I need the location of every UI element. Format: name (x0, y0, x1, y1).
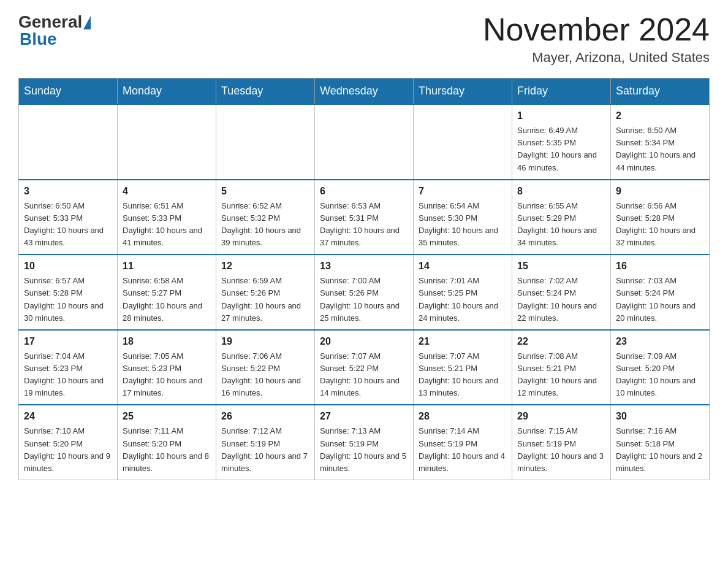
cell-week2-day6: 16Sunrise: 7:03 AM Sunset: 5:24 PM Dayli… (611, 255, 710, 330)
day-info: Sunrise: 7:04 AM Sunset: 5:23 PM Dayligh… (24, 350, 112, 400)
day-number: 12 (221, 259, 309, 274)
day-info: Sunrise: 7:11 AM Sunset: 5:20 PM Dayligh… (123, 425, 211, 475)
header-wednesday: Wednesday (315, 79, 414, 105)
logo-blue-text: Blue (18, 29, 57, 49)
cell-week4-day6: 30Sunrise: 7:16 AM Sunset: 5:18 PM Dayli… (611, 405, 710, 480)
header-tuesday: Tuesday (216, 79, 315, 105)
cell-week3-day0: 17Sunrise: 7:04 AM Sunset: 5:23 PM Dayli… (19, 330, 118, 405)
logo: General Blue (18, 12, 91, 49)
cell-week4-day3: 27Sunrise: 7:13 AM Sunset: 5:19 PM Dayli… (315, 405, 414, 480)
day-info: Sunrise: 7:09 AM Sunset: 5:20 PM Dayligh… (616, 350, 704, 400)
cell-week2-day3: 13Sunrise: 7:00 AM Sunset: 5:26 PM Dayli… (315, 255, 414, 330)
day-number: 16 (616, 259, 704, 274)
day-number: 21 (419, 334, 507, 349)
day-info: Sunrise: 6:49 AM Sunset: 5:35 PM Dayligh… (517, 124, 605, 174)
day-info: Sunrise: 7:00 AM Sunset: 5:26 PM Dayligh… (320, 275, 408, 324)
cell-week1-day5: 8Sunrise: 6:55 AM Sunset: 5:29 PM Daylig… (512, 180, 611, 255)
cell-week2-day2: 12Sunrise: 6:59 AM Sunset: 5:26 PM Dayli… (216, 255, 315, 330)
calendar-table: Sunday Monday Tuesday Wednesday Thursday… (18, 78, 710, 480)
cell-week1-day0: 3Sunrise: 6:50 AM Sunset: 5:33 PM Daylig… (19, 180, 118, 255)
cell-week2-day1: 11Sunrise: 6:58 AM Sunset: 5:27 PM Dayli… (118, 255, 216, 330)
day-info: Sunrise: 7:14 AM Sunset: 5:19 PM Dayligh… (419, 425, 507, 475)
day-info: Sunrise: 6:53 AM Sunset: 5:31 PM Dayligh… (320, 200, 408, 250)
cell-week1-day4: 7Sunrise: 6:54 AM Sunset: 5:30 PM Daylig… (414, 180, 512, 255)
day-number: 8 (517, 184, 605, 199)
cell-week2-day5: 15Sunrise: 7:02 AM Sunset: 5:24 PM Dayli… (512, 255, 611, 330)
header-monday: Monday (118, 79, 216, 105)
cell-week1-day1: 4Sunrise: 6:51 AM Sunset: 5:33 PM Daylig… (118, 180, 216, 255)
day-info: Sunrise: 6:59 AM Sunset: 5:26 PM Dayligh… (221, 275, 309, 324)
day-number: 6 (320, 184, 408, 199)
cell-week1-day6: 9Sunrise: 6:56 AM Sunset: 5:28 PM Daylig… (611, 180, 710, 255)
day-number: 20 (320, 334, 408, 349)
day-number: 25 (123, 409, 211, 424)
day-info: Sunrise: 7:03 AM Sunset: 5:24 PM Dayligh… (616, 275, 704, 324)
month-title: November 2024 (483, 12, 710, 47)
day-number: 24 (24, 409, 112, 424)
logo-triangle-icon (83, 16, 91, 29)
day-number: 11 (123, 259, 211, 274)
cell-week2-day0: 10Sunrise: 6:57 AM Sunset: 5:28 PM Dayli… (19, 255, 118, 330)
day-info: Sunrise: 6:50 AM Sunset: 5:34 PM Dayligh… (616, 124, 704, 174)
day-info: Sunrise: 6:55 AM Sunset: 5:29 PM Dayligh… (517, 200, 605, 250)
cell-week0-day0 (19, 104, 118, 180)
day-info: Sunrise: 6:51 AM Sunset: 5:33 PM Dayligh… (123, 200, 211, 250)
cell-week0-day1 (118, 104, 216, 180)
header-sunday: Sunday (19, 79, 118, 105)
cell-week3-day2: 19Sunrise: 7:06 AM Sunset: 5:22 PM Dayli… (216, 330, 315, 405)
week-row-4: 24Sunrise: 7:10 AM Sunset: 5:20 PM Dayli… (19, 405, 710, 480)
day-info: Sunrise: 7:12 AM Sunset: 5:19 PM Dayligh… (221, 425, 309, 475)
header-saturday: Saturday (611, 79, 710, 105)
day-number: 17 (24, 334, 112, 349)
day-number: 27 (320, 409, 408, 424)
day-number: 28 (419, 409, 507, 424)
day-number: 23 (616, 334, 704, 349)
cell-week0-day5: 1Sunrise: 6:49 AM Sunset: 5:35 PM Daylig… (512, 104, 611, 180)
day-number: 26 (221, 409, 309, 424)
day-info: Sunrise: 6:50 AM Sunset: 5:33 PM Dayligh… (24, 200, 112, 250)
cell-week4-day4: 28Sunrise: 7:14 AM Sunset: 5:19 PM Dayli… (414, 405, 512, 480)
day-info: Sunrise: 6:54 AM Sunset: 5:30 PM Dayligh… (419, 200, 507, 250)
header-thursday: Thursday (414, 79, 512, 105)
title-area: November 2024 Mayer, Arizona, United Sta… (483, 12, 710, 66)
day-info: Sunrise: 7:08 AM Sunset: 5:21 PM Dayligh… (517, 350, 605, 400)
day-info: Sunrise: 7:13 AM Sunset: 5:19 PM Dayligh… (320, 425, 408, 475)
day-number: 3 (24, 184, 112, 199)
day-info: Sunrise: 7:06 AM Sunset: 5:22 PM Dayligh… (221, 350, 309, 400)
cell-week4-day2: 26Sunrise: 7:12 AM Sunset: 5:19 PM Dayli… (216, 405, 315, 480)
cell-week4-day0: 24Sunrise: 7:10 AM Sunset: 5:20 PM Dayli… (19, 405, 118, 480)
week-row-1: 3Sunrise: 6:50 AM Sunset: 5:33 PM Daylig… (19, 180, 710, 255)
cell-week3-day5: 22Sunrise: 7:08 AM Sunset: 5:21 PM Dayli… (512, 330, 611, 405)
cell-week2-day4: 14Sunrise: 7:01 AM Sunset: 5:25 PM Dayli… (414, 255, 512, 330)
day-number: 30 (616, 409, 704, 424)
cell-week4-day1: 25Sunrise: 7:11 AM Sunset: 5:20 PM Dayli… (118, 405, 216, 480)
day-number: 19 (221, 334, 309, 349)
header-friday: Friday (512, 79, 611, 105)
week-row-3: 17Sunrise: 7:04 AM Sunset: 5:23 PM Dayli… (19, 330, 710, 405)
day-number: 10 (24, 259, 112, 274)
cell-week3-day6: 23Sunrise: 7:09 AM Sunset: 5:20 PM Dayli… (611, 330, 710, 405)
header: General Blue November 2024 Mayer, Arizon… (18, 12, 710, 66)
day-info: Sunrise: 6:57 AM Sunset: 5:28 PM Dayligh… (24, 275, 112, 324)
day-number: 18 (123, 334, 211, 349)
day-number: 15 (517, 259, 605, 274)
day-number: 5 (221, 184, 309, 199)
cell-week1-day3: 6Sunrise: 6:53 AM Sunset: 5:31 PM Daylig… (315, 180, 414, 255)
day-info: Sunrise: 6:58 AM Sunset: 5:27 PM Dayligh… (123, 275, 211, 324)
cell-week0-day2 (216, 104, 315, 180)
day-info: Sunrise: 6:52 AM Sunset: 5:32 PM Dayligh… (221, 200, 309, 250)
day-info: Sunrise: 7:02 AM Sunset: 5:24 PM Dayligh… (517, 275, 605, 324)
day-number: 9 (616, 184, 704, 199)
cell-week0-day4 (414, 104, 512, 180)
cell-week3-day4: 21Sunrise: 7:07 AM Sunset: 5:21 PM Dayli… (414, 330, 512, 405)
day-info: Sunrise: 7:07 AM Sunset: 5:22 PM Dayligh… (320, 350, 408, 400)
day-info: Sunrise: 7:16 AM Sunset: 5:18 PM Dayligh… (616, 425, 704, 475)
cell-week0-day6: 2Sunrise: 6:50 AM Sunset: 5:34 PM Daylig… (611, 104, 710, 180)
day-info: Sunrise: 7:15 AM Sunset: 5:19 PM Dayligh… (517, 425, 605, 475)
cell-week1-day2: 5Sunrise: 6:52 AM Sunset: 5:32 PM Daylig… (216, 180, 315, 255)
day-number: 4 (123, 184, 211, 199)
cell-week0-day3 (315, 104, 414, 180)
week-row-0: 1Sunrise: 6:49 AM Sunset: 5:35 PM Daylig… (19, 104, 710, 180)
day-number: 13 (320, 259, 408, 274)
day-info: Sunrise: 7:07 AM Sunset: 5:21 PM Dayligh… (419, 350, 507, 400)
